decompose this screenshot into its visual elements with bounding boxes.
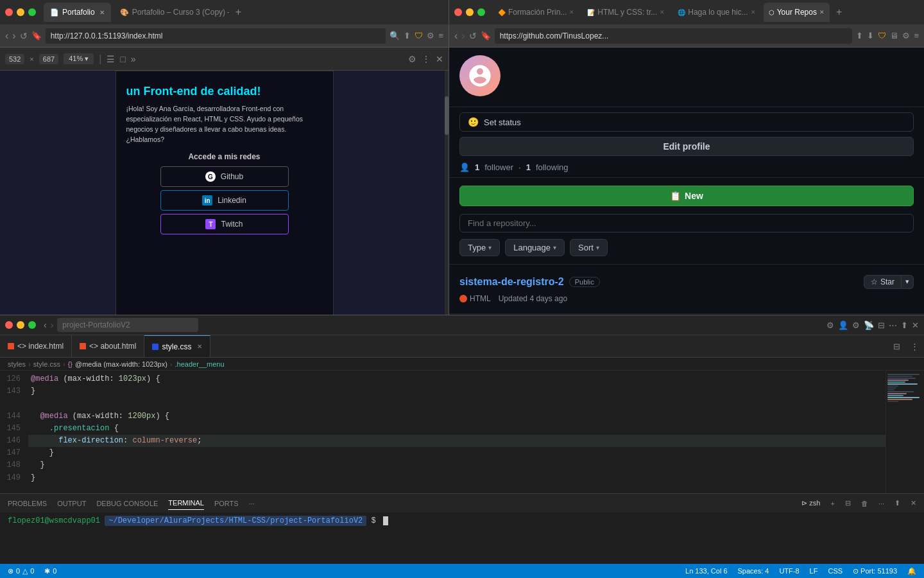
repo1-star-dropdown[interactable]: ▾ [902, 275, 914, 289]
output-tab[interactable]: OUTPUT [57, 497, 86, 510]
bc-selector[interactable]: .header__menu [175, 360, 225, 368]
bwc-red[interactable] [5, 321, 13, 329]
left-url-input[interactable] [46, 28, 386, 44]
shell-add-icon[interactable]: + [830, 500, 834, 507]
terminal-more-icon[interactable]: ··· [878, 500, 884, 507]
split-editor-btn[interactable]: ⊟ [888, 335, 905, 357]
nav-forward-btn[interactable]: › [12, 30, 15, 42]
editor-tab-style[interactable]: style.css ✕ [144, 335, 210, 357]
sb-language[interactable]: CSS [828, 567, 843, 575]
terminal-expand-icon[interactable]: ⬆ [894, 499, 900, 507]
responsive-icon[interactable]: □ [120, 54, 125, 64]
sb-encoding[interactable]: UTF-8 [779, 567, 799, 575]
code-editor[interactable]: @media (max-width: 1023px) { } @media (m… [26, 371, 886, 493]
gh-tab-repos[interactable]: ⬡ Your Repos ✕ [764, 3, 830, 22]
add-tab-btn[interactable]: + [232, 6, 245, 18]
gh-settings-icon[interactable]: ⚙ [902, 31, 910, 40]
nav-refresh-btn[interactable]: ↺ [20, 31, 28, 41]
ports-tab[interactable]: PORTS [214, 497, 239, 510]
gh-tab-html[interactable]: 📝 HTML y CSS: tr... ✕ [582, 3, 670, 22]
menu-icon[interactable]: ≡ [438, 31, 443, 40]
bookmark-icon[interactable]: 🔖 [31, 31, 42, 40]
gh-share-icon[interactable]: ⬆ [856, 31, 863, 40]
browser-tab-portafolio[interactable]: 📄 Portafolio ✕ [44, 3, 111, 22]
close-devtools-icon[interactable]: ✕ [436, 54, 443, 64]
gh-new-repo-btn[interactable]: 📋 New [459, 186, 914, 206]
edit-profile-btn[interactable]: Edit profile [459, 137, 914, 156]
problems-tab[interactable]: PROBLEMS [8, 497, 47, 510]
close-style-tab-icon[interactable]: ✕ [197, 343, 202, 350]
sb-line-ending[interactable]: LF [810, 567, 818, 575]
terminal-tab[interactable]: TERMINAL [168, 496, 204, 510]
gh-screen-icon[interactable]: 🖥 [890, 31, 898, 40]
bottom-nav-back[interactable]: ‹ [44, 320, 47, 330]
terminal-content[interactable]: flopez01@wsmcdvapp01 ~/Developer/AluraPr… [0, 512, 924, 564]
debug-tab[interactable]: DEBUG CONSOLE [96, 497, 158, 510]
bottom-tools-icon[interactable]: ⚙ [826, 320, 834, 330]
bc-file[interactable]: style.css [33, 360, 60, 368]
set-status-btn[interactable]: 🙂 Set status [459, 112, 914, 132]
preview-scrollbar[interactable] [445, 71, 449, 321]
sb-bell-icon[interactable]: 🔔 [907, 567, 916, 575]
github-social-btn[interactable]: G Github [160, 166, 289, 187]
find-repo-input[interactable] [459, 214, 914, 232]
bc-styles[interactable]: styles [8, 360, 26, 368]
settings-gear-icon[interactable]: ⚙ [408, 54, 416, 64]
language-filter-btn[interactable]: Language ▾ [505, 239, 565, 256]
type-filter-btn[interactable]: Type ▾ [459, 239, 500, 256]
sb-cursor-pos[interactable]: Ln 133, Col 6 [685, 567, 727, 575]
sb-errors[interactable]: ⊗ 0 △ 0 [8, 567, 34, 575]
followers-count[interactable]: 1 [475, 162, 479, 172]
bottom-nav-forward[interactable]: › [51, 320, 54, 330]
editor-tab-index[interactable]: <> index.html [0, 335, 72, 357]
more-tabs-icon[interactable]: ··· [249, 500, 255, 507]
more-tools-icon[interactable]: » [131, 54, 136, 64]
browser-tab-figma[interactable]: 🎨 Portafolio – Curso 3 (Copy) – Fig... ✕ [114, 3, 229, 22]
bottom-broadcast-icon[interactable]: 📡 [864, 320, 874, 330]
settings-icon[interactable]: ⚙ [427, 31, 434, 40]
wc-green[interactable] [28, 8, 36, 16]
wc-yellow[interactable] [17, 8, 24, 16]
gh-add-tab-btn[interactable]: + [832, 6, 846, 18]
gh-tab-haga[interactable]: 🌐 Haga lo que hic... ✕ [672, 3, 760, 22]
project-search-input[interactable] [57, 318, 198, 332]
rwc-red[interactable] [454, 8, 462, 16]
tab-close-icon[interactable]: ✕ [99, 9, 105, 16]
editor-tab-about[interactable]: <> about.html [72, 335, 144, 357]
twitch-social-btn[interactable]: T Twitch [160, 214, 289, 234]
bottom-more-icon[interactable]: ⋯ [889, 320, 897, 330]
dim-zoom[interactable]: 41% ▾ [64, 53, 94, 64]
bottom-close-icon[interactable]: ✕ [912, 320, 919, 330]
terminal-trash-icon[interactable]: 🗑 [861, 500, 868, 507]
following-count[interactable]: 1 [526, 162, 531, 172]
bottom-split-icon[interactable]: ⊟ [878, 320, 885, 330]
sb-port[interactable]: ⊙ Port: 51193 [853, 567, 897, 575]
rwc-yellow[interactable] [466, 8, 474, 16]
wc-red[interactable] [5, 8, 13, 16]
terminal-close-icon[interactable]: ✕ [911, 499, 916, 507]
gh-url-input[interactable] [495, 28, 853, 44]
gh-tab-formacion[interactable]: 🔶 Formación Prin... ✕ [493, 3, 579, 22]
nav-back-btn[interactable]: ‹ [5, 30, 8, 42]
bwc-green[interactable] [28, 321, 36, 329]
bottom-settings-icon[interactable]: ⚙ [852, 320, 860, 330]
more-options-icon[interactable]: ⋮ [422, 54, 431, 64]
gh-menu-icon[interactable]: ≡ [914, 31, 919, 40]
repo1-star-btn[interactable]: ☆ Star [864, 275, 902, 289]
bottom-user-icon[interactable]: 👤 [838, 320, 848, 330]
bwc-yellow[interactable] [17, 321, 24, 329]
terminal-split-icon[interactable]: ⊟ [845, 499, 851, 507]
rwc-green[interactable] [477, 8, 485, 16]
sb-info[interactable]: ✱ 0 [44, 567, 56, 575]
gh-nav-refresh-btn[interactable]: ↺ [469, 31, 477, 41]
linkedin-social-btn[interactable]: in Linkedin [160, 190, 289, 211]
device-toggle-icon[interactable]: ☰ [107, 54, 115, 64]
bottom-expand-icon[interactable]: ⬆ [901, 320, 908, 330]
bc-media-rule[interactable]: @media (max-width: 1023px) [75, 360, 167, 368]
search-icon[interactable]: 🔍 [389, 31, 400, 40]
sort-filter-btn[interactable]: Sort ▾ [570, 239, 608, 256]
gh-nav-forward-btn[interactable]: › [461, 30, 465, 42]
preview-scrollthumb[interactable] [445, 96, 449, 135]
share-icon[interactable]: ⬆ [404, 31, 411, 40]
gh-bookmark-icon[interactable]: 🔖 [481, 31, 491, 40]
